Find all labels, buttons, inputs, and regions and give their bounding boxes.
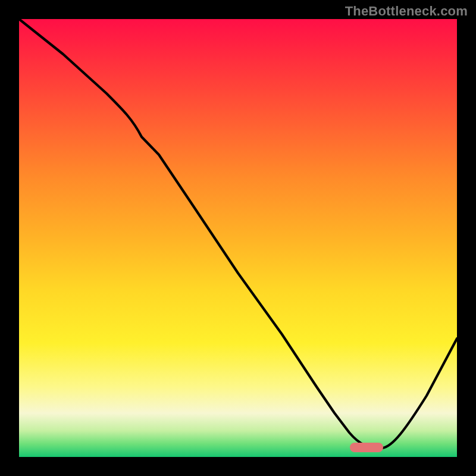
curve-path bbox=[19, 19, 457, 448]
optimum-marker bbox=[350, 443, 383, 452]
chart-frame: TheBottleneck.com bbox=[0, 0, 476, 476]
plot-area bbox=[19, 19, 457, 457]
bottleneck-curve bbox=[19, 19, 457, 457]
watermark-text: TheBottleneck.com bbox=[345, 4, 468, 19]
